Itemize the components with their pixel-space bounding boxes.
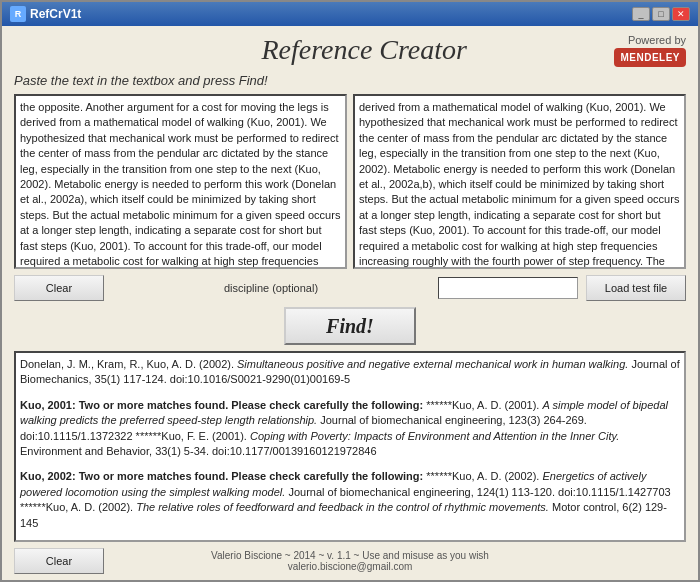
powered-by-label: Powered by [628, 34, 686, 46]
result-3-text: Kuo, 2002: Two or more matches found. Pl… [20, 470, 671, 528]
mendeley-logo: MENDELEY [614, 48, 686, 67]
find-row: Find! [14, 307, 686, 345]
discipline-label: discipline (optional) [112, 282, 430, 294]
title-bar: R RefCrV1t _ □ ✕ [2, 2, 698, 26]
footer-line2: valerio.biscione@gmail.com [104, 561, 596, 572]
result-1: Donelan, J. M., Kram, R., Kuo, A. D. (20… [20, 357, 680, 388]
left-text-panel[interactable]: the opposite. Another argument for a cos… [14, 94, 347, 269]
app-icon: R [10, 6, 26, 22]
right-text-panel[interactable]: derived from a mathematical model of wal… [353, 94, 686, 269]
instruction-text: Paste the text in the textbox and press … [14, 73, 686, 88]
header-row: Reference Creator Powered by MENDELEY [14, 34, 686, 67]
powered-by-section: Powered by MENDELEY [614, 34, 686, 67]
app-title: Reference Creator [114, 34, 614, 66]
title-bar-title: RefCrV1t [30, 7, 81, 21]
result-2: Kuo, 2001: Two or more matches found. Pl… [20, 398, 680, 460]
footer-text: Valerio Biscione ~ 2014 ~ v. 1.1 ~ Use a… [104, 550, 596, 572]
clear-left-button[interactable]: Clear [14, 275, 104, 301]
load-test-button[interactable]: Load test file [586, 275, 686, 301]
right-panel-text: derived from a mathematical model of wal… [359, 101, 679, 269]
main-content: Reference Creator Powered by MENDELEY Pa… [2, 26, 698, 582]
close-button[interactable]: ✕ [672, 7, 690, 21]
find-button[interactable]: Find! [284, 307, 416, 345]
clear-bottom-button[interactable]: Clear [14, 548, 104, 574]
result-2-text: Kuo, 2001: Two or more matches found. Pl… [20, 399, 668, 457]
result-1-text: Donelan, J. M., Kram, R., Kuo, A. D. (20… [20, 358, 680, 385]
window-controls[interactable]: _ □ ✕ [632, 7, 690, 21]
panels-row: the opposite. Another argument for a cos… [14, 94, 686, 269]
controls-row: Clear discipline (optional) Load test fi… [14, 275, 686, 301]
result-3: Kuo, 2002: Two or more matches found. Pl… [20, 469, 680, 531]
minimize-button[interactable]: _ [632, 7, 650, 21]
discipline-input[interactable] [438, 277, 578, 299]
bottom-row: Clear Valerio Biscione ~ 2014 ~ v. 1.1 ~… [14, 546, 686, 576]
left-panel-text: the opposite. Another argument for a cos… [20, 101, 340, 269]
results-panel[interactable]: Donelan, J. M., Kram, R., Kuo, A. D. (20… [14, 351, 686, 542]
maximize-button[interactable]: □ [652, 7, 670, 21]
footer-line1: Valerio Biscione ~ 2014 ~ v. 1.1 ~ Use a… [104, 550, 596, 561]
title-bar-left: R RefCrV1t [10, 6, 81, 22]
